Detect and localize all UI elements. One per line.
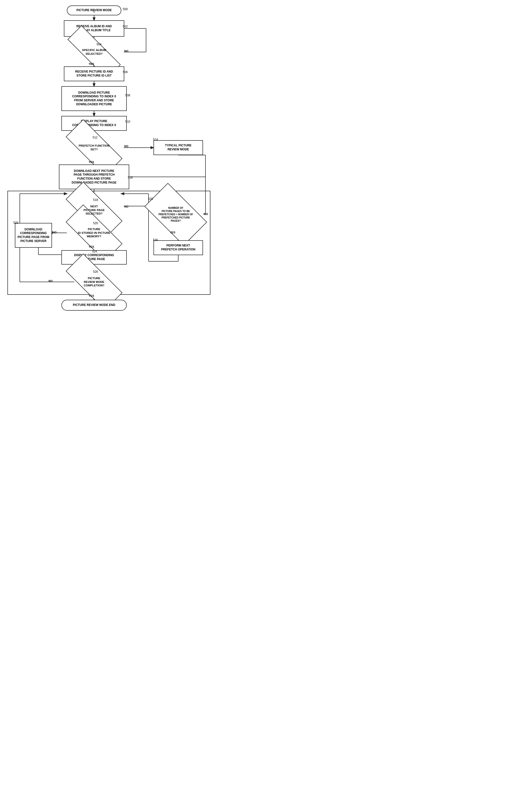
num-510: 510 [125, 120, 130, 124]
label-514: TYPICAL PICTUREREVIEW MODE [165, 144, 191, 151]
diamond-shape-512: PREFETCH FUNCTIONSET? [67, 136, 121, 160]
label-504: SPECIFIC ALBUMSELECTED? [82, 48, 106, 56]
node-510: DISPLAY PICTURECORRESPONDING TO INDEX 0 [61, 116, 127, 131]
no-528: NO [204, 213, 208, 216]
end-label: PICTURE REVIEW MODE END [73, 303, 115, 307]
num-524: 524 [92, 250, 97, 253]
node-514: TYPICAL PICTUREREVIEW MODE [153, 140, 203, 155]
num-530: 530 [153, 238, 158, 242]
num-516: 516 [128, 176, 133, 179]
label-512: PREFETCH FUNCTIONSET? [78, 143, 110, 152]
diamond-shape-504: SPECIFIC ALBUMSELECTED? [67, 43, 121, 61]
num-506: 506 [123, 70, 128, 74]
node-506: RECEIVE PICTURE ID ANDSTORE PICTURE ID L… [64, 67, 124, 81]
yes-528: YES [170, 231, 175, 234]
diamond-528: NUMBER OFPICTURE PAGES TO BEPREFETCHED >… [149, 198, 203, 230]
node-522: DOWNLOADCORRESPONDINGPICTURE PAGE FROMPI… [15, 223, 52, 248]
flowchart: PICTURE REVIEW MODE 500 RECEIVE ALBUM ID… [0, 0, 213, 15]
label-526: PICTUREREVIEW MODECOMPLETION? [83, 276, 105, 288]
node-516: DOWNLOAD NEXT PICTUREPAGE THROUGH PREFET… [59, 164, 129, 189]
label-530: PERFORM NEXTPREFETCH OPERATION [161, 244, 195, 251]
num-526: 526 [93, 270, 98, 274]
no-526: NO [48, 279, 53, 282]
num-528: 528 [148, 197, 153, 201]
yes-526: YES [89, 294, 94, 297]
label-528: NUMBER OFPICTURE PAGES TO BEPREFETCHED >… [158, 206, 194, 223]
num-518: 518 [93, 198, 98, 202]
diamond-shape-526: PICTUREREVIEW MODECOMPLETION? [67, 270, 121, 294]
no-518: NO [124, 205, 129, 208]
num-520: 520 [93, 221, 98, 225]
num-502: 502 [123, 25, 128, 28]
label-522: DOWNLOADCORRESPONDINGPICTURE PAGE FROMPI… [18, 228, 49, 243]
yes-512: YES [89, 160, 94, 163]
yes-520: YES [89, 245, 94, 248]
tick-500 [93, 10, 94, 13]
label-520: PICTUREID STORED IN PICTUREMEMORY? [77, 227, 111, 239]
label-506: RECEIVE PICTURE ID ANDSTORE PICTURE ID L… [75, 70, 113, 77]
num-500: 500 [123, 8, 128, 11]
end-node: PICTURE REVIEW MODE END [61, 300, 127, 310]
num-504: 504 [97, 43, 102, 46]
diamond-526: PICTUREREVIEW MODECOMPLETION? [67, 270, 121, 294]
label-518: NEXTPICTURE PAGESELECTED? [83, 204, 105, 216]
node-508: DOWNLOAD PICTURECORRESPONDING TO INDEX 0… [61, 86, 127, 111]
yes-504: YES [89, 62, 94, 66]
diamond-512: PREFETCH FUNCTIONSET? [67, 136, 121, 160]
no-512: NO [124, 145, 129, 148]
diamond-504: SPECIFIC ALBUMSELECTED? [67, 43, 121, 61]
label-508: DOWNLOAD PICTURECORRESPONDING TO INDEX 0… [72, 91, 116, 106]
label-516: DOWNLOAD NEXT PICTUREPAGE THROUGH PREFET… [72, 169, 116, 185]
num-522: 522 [13, 221, 18, 224]
diamond-shape-528: NUMBER OFPICTURE PAGES TO BEPREFETCHED >… [149, 198, 203, 230]
no-520: NO [53, 231, 57, 234]
node-530: PERFORM NEXTPREFETCH OPERATION [153, 240, 203, 255]
no-504: NO [124, 49, 129, 53]
num-514: 514 [153, 138, 158, 141]
num-508: 508 [125, 93, 130, 97]
num-512: 512 [92, 136, 98, 139]
